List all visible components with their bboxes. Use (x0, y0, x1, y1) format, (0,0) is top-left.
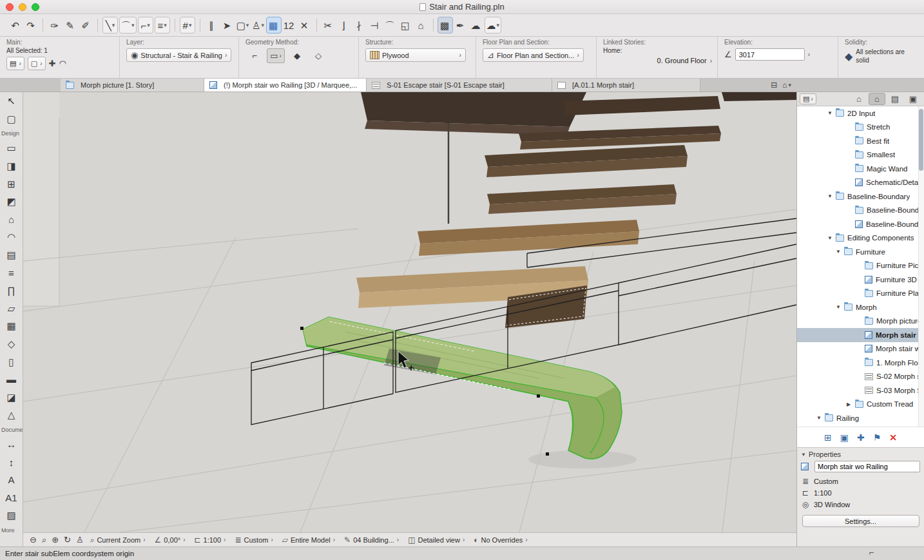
drag-mode-icon[interactable]: ✚ (49, 59, 56, 68)
expand-triangle-icon[interactable]: ▼ (816, 415, 825, 421)
cloud-sync-combo[interactable]: ☁▾ (485, 17, 502, 34)
save-view-button[interactable]: ✚ (857, 432, 865, 443)
expand-triangle-icon[interactable]: ▼ (836, 304, 844, 310)
snap-points-combo[interactable]: ▢▾ (235, 17, 251, 34)
beam-tool[interactable]: ▬ (0, 371, 23, 389)
view-tab[interactable]: Morph picture [1. Story] (61, 79, 204, 92)
morph-tool[interactable]: △ (0, 406, 23, 424)
navigator-item[interactable]: Morph stair wit (797, 342, 924, 356)
status-overrides[interactable]: ◐ No Overrides › (474, 536, 527, 545)
status-current-zoom[interactable]: ⌕ Current Zoom › (90, 536, 146, 545)
shell-tool[interactable]: ◠ (0, 228, 23, 246)
navigator-item[interactable]: Schematic/Detaile (797, 176, 924, 190)
label-tool[interactable]: A1 (0, 488, 23, 507)
door-tool[interactable]: ◨ (0, 157, 23, 175)
fill-tool[interactable]: ▨ (0, 507, 23, 525)
navigator-item[interactable]: Best fit (797, 134, 924, 148)
clone-folder-button[interactable]: ▣ (840, 432, 849, 443)
expand-triangle-icon[interactable]: ▼ (827, 110, 836, 116)
railing-tool[interactable]: ∏ (0, 282, 23, 300)
layout-book-icon[interactable]: ▤ (887, 93, 903, 105)
level-dimension-tool[interactable]: ↕ (0, 453, 23, 471)
slab-tool[interactable]: ▱ (0, 300, 23, 318)
zone-tool[interactable]: ◇ (0, 335, 23, 353)
undo-icon[interactable]: ↶ (8, 17, 23, 34)
brush-icon[interactable]: ✒ (453, 17, 468, 34)
gravity-combo[interactable]: ≡▾ (155, 17, 170, 34)
zoom-out-icon[interactable]: ⊖ (30, 535, 37, 545)
navigator-item[interactable]: ▼ 2D Input (797, 106, 924, 121)
settings-button[interactable]: Settings... (802, 515, 919, 527)
curtain-wall-tool[interactable]: ▤ (0, 246, 23, 264)
elevation-field[interactable]: 3017 (735, 48, 805, 61)
box-method-button[interactable]: ◆ (288, 48, 306, 63)
status-partial-structure[interactable]: ▱ Entire Model › (282, 536, 335, 545)
fillet-icon[interactable]: ⌒ (383, 17, 398, 34)
tracker-icon[interactable]: ⌐ (869, 548, 874, 557)
navigator-item[interactable]: ▼ Railing (797, 411, 924, 425)
navigator-item[interactable]: S-02 Morph se (797, 370, 924, 384)
wall-tool[interactable]: ▭ (0, 139, 23, 157)
split-icon[interactable]: ∤ (352, 17, 367, 34)
marquee-transfer-icon[interactable]: ▩ (438, 17, 453, 34)
navigator-item[interactable]: S-03 Morph Si (797, 383, 924, 398)
view-map-icon[interactable]: ⌂ (869, 93, 885, 105)
scissors-icon[interactable]: ✂ (321, 17, 336, 34)
column-tool[interactable]: ▯ (0, 352, 23, 371)
renumber-icon[interactable]: 12 (282, 17, 297, 34)
select-arrow-tool[interactable]: ↖ (0, 92, 23, 110)
status-model-view[interactable]: ◫ Detailed view › (408, 536, 465, 545)
navigator-item[interactable]: Smallest (797, 148, 924, 162)
skylight-tool[interactable]: ◩ (0, 193, 23, 211)
navigator-item[interactable]: Furniture Pictu (797, 259, 924, 273)
navigator-item[interactable]: Baseline-Boundar (797, 217, 924, 231)
publisher-icon[interactable]: ▣ (905, 93, 921, 105)
navigator-item[interactable]: Furniture 3D (797, 273, 924, 287)
chain-method-combo[interactable]: ⌐▾ (138, 17, 153, 34)
navigator-item[interactable]: Morph picture (797, 314, 924, 329)
zoom-in-icon[interactable]: ⊕ (52, 535, 59, 545)
view-tab[interactable]: S-01 Escape stair [S-01 Escape stair] (367, 79, 552, 92)
straight-segment-combo[interactable]: ╲▾ (102, 17, 118, 34)
elevation-combo[interactable]: › (808, 51, 810, 58)
home-navigator-button[interactable]: ⌂▾ (782, 81, 791, 90)
project-map-icon[interactable]: ⌂ (851, 93, 867, 105)
zoom-reset-icon[interactable]: ⌕ (42, 535, 46, 545)
3d-viewport[interactable] (23, 92, 796, 532)
3d-navigation-combo[interactable]: ♙▾ (251, 17, 266, 34)
expand-triangle-icon[interactable]: ▶ (847, 401, 855, 407)
status-pen-set[interactable]: ✎ 04 Building... › (344, 536, 399, 545)
corner-method-button[interactable]: ⌐ (245, 48, 264, 63)
object-tool[interactable]: ◪ (0, 389, 23, 407)
element-name-field[interactable] (814, 461, 920, 472)
grid-snap-combo[interactable]: #▾ (180, 17, 195, 34)
window-tool[interactable]: ⊞ (0, 175, 23, 193)
navigator-item[interactable]: ▼ Baseline-Boundary (797, 189, 924, 204)
status-rotation[interactable]: ∠ 0,00° › (155, 536, 186, 545)
structure-combo[interactable]: Plywood › (365, 48, 466, 62)
pickup-parameters-icon[interactable]: ✑ (47, 17, 63, 34)
navigator-item[interactable]: ▼ Editing Components (797, 231, 924, 246)
mesh-tool[interactable]: ▦ (0, 317, 23, 335)
tree-view-button[interactable]: ⊟ (771, 81, 778, 90)
navigator-item[interactable]: ▼ Furniture (797, 245, 924, 259)
resize-icon[interactable]: ◱ (398, 17, 414, 34)
orbit-icon[interactable]: ↻ (64, 535, 71, 545)
guide-lines-icon[interactable]: ∥ (204, 17, 220, 34)
navigator-item[interactable]: Magic Wand (797, 162, 924, 176)
curve-segment-combo[interactable]: ⌒▾ (119, 17, 137, 34)
elevate-icon[interactable]: ⌂ (414, 17, 429, 34)
home-story-combo[interactable]: › (710, 57, 712, 64)
navigator-scrollbar[interactable] (918, 106, 924, 427)
navigator-item[interactable]: Morph stair w (797, 328, 924, 342)
rectangle-method-button[interactable]: ▭› (267, 48, 285, 63)
favorites-button[interactable]: ▢› (28, 57, 46, 70)
publish-flag-button[interactable]: ⚑ (873, 432, 881, 443)
floorplan-display-combo[interactable]: ⊿ Floor Plan and Section... › (483, 48, 584, 62)
eyedropper-icon[interactable]: ✎ (63, 17, 78, 34)
expand-triangle-icon[interactable]: ▼ (827, 193, 836, 199)
adjust-icon[interactable]: ⊣ (367, 17, 383, 34)
revolved-method-button[interactable]: ◇ (309, 48, 327, 63)
explore-icon[interactable]: ♙ (76, 535, 84, 545)
status-layer-combination[interactable]: ≣ Custom › (235, 536, 273, 545)
